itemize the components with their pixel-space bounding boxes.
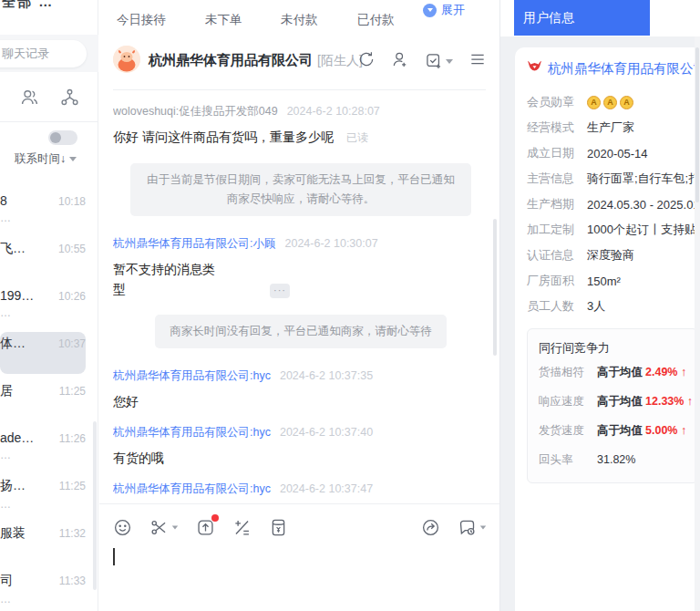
competitiveness-row: 发货速度 高于均值 5.00% ↑: [539, 417, 697, 444]
message: 杭州鼎华体育用品有限公司:hyc2024-6-2 10:37:47 80g左右: [113, 482, 489, 502]
stranger-tag: [陌生人]: [317, 53, 363, 67]
red-envelope-icon[interactable]: [269, 518, 288, 537]
contacts-icon[interactable]: [20, 88, 39, 110]
composer: [99, 503, 499, 611]
message-time: 2024-6-2 10:37:40: [280, 426, 373, 439]
chat-history-dropdown[interactable]: [458, 518, 487, 537]
expand-button[interactable]: 展开: [423, 2, 465, 18]
sender-name: 杭州鼎华体育用品有限公司:hyc: [113, 369, 271, 382]
chat-list-item[interactable]: 扬…11:25 …: [0, 472, 98, 520]
upload-file-icon[interactable]: [196, 518, 215, 537]
info-row: 厂房面积150m²: [527, 268, 700, 294]
panel-tabbar: 用户信息: [500, 0, 700, 36]
competitiveness-box: 同行间竞争力 货描相符 高于均值 2.49% ↑ 响应速度 高于均值 12.33…: [527, 328, 698, 483]
chat-list-item-selected[interactable]: 体…10:37: [0, 330, 98, 378]
medal-icon: A: [620, 96, 633, 109]
chevron-down-icon: [446, 59, 453, 64]
competitiveness-row: 响应速度 高于均值 12.33% ↑: [539, 388, 697, 415]
refresh-icon[interactable]: [357, 50, 376, 72]
quick-phrases-icon[interactable]: [232, 518, 252, 537]
message: woloveshuqi:促佳搜品开发部0492024-6-2 10:28:07 …: [113, 104, 489, 148]
chevron-down-circle-icon: [423, 4, 437, 17]
tab-no-order[interactable]: 未下单: [205, 12, 242, 28]
info-row: 生产档期2024.05.30 - 2025.01.: [527, 192, 700, 217]
chat-list-item[interactable]: 服装11:32: [0, 520, 98, 567]
chat-list-sidebar: 全部 … 聊天记录 联系时间↓ 810:18 … 飞…10:55: [0, 0, 98, 611]
search-input[interactable]: 聊天记录: [0, 40, 87, 67]
panel-scrollbar-track[interactable]: [695, 36, 700, 611]
conversation-panel: 今日接待 未下单 未付款 已付款 展开 杭州鼎华体育用品有限公司[陌生人]: [99, 0, 499, 611]
panel-scrollbar-thumb[interactable]: [695, 47, 699, 202]
create-task-dropdown[interactable]: [425, 52, 453, 70]
sender-name: 杭州鼎华体育用品有限公司:hyc: [113, 482, 271, 495]
message-time: 2024-6-2 10:37:35: [280, 369, 373, 382]
tab-unpaid[interactable]: 未付款: [281, 12, 318, 28]
chat-list-item[interactable]: 飞…10:55: [0, 235, 98, 283]
info-row: 会员勋章 A A A: [527, 89, 700, 115]
bull-logo-icon: [527, 59, 542, 78]
info-row: 员工人数3人: [527, 294, 700, 319]
tab-today-reception[interactable]: 今日接待: [117, 12, 166, 28]
message-time: 2024-6-2 10:30:07: [284, 237, 377, 250]
chat-list-item[interactable]: 居11:25: [0, 378, 98, 425]
emoji-icon[interactable]: [113, 518, 132, 537]
info-row: 认证信息深度验商: [527, 243, 700, 268]
info-row: 加工定制1000个起订丨支持贴牌: [527, 217, 700, 243]
divider: [0, 121, 98, 122]
message: 杭州鼎华体育用品有限公司:hyc2024-6-2 10:37:40 有货的哦: [113, 425, 489, 468]
chevron-down-icon: [172, 525, 178, 529]
competitiveness-row: 货描相符 高于均值 2.49% ↑: [539, 358, 697, 386]
chevron-down-icon: [69, 157, 77, 161]
chat-list-item[interactable]: 810:18 …: [0, 188, 98, 235]
message-list: woloveshuqi:促佳搜品开发部0492024-6-2 10:28:07 …: [113, 90, 489, 502]
competitiveness-row: 回头率 31.82%: [539, 446, 697, 473]
transfer-session-icon[interactable]: [421, 518, 440, 537]
search-placeholder: 聊天记录: [2, 46, 49, 62]
tab-user-info[interactable]: 用户信息: [514, 0, 650, 36]
add-contact-icon[interactable]: [391, 50, 409, 72]
tab-paid[interactable]: 已付款: [357, 12, 395, 28]
notification-dot: [211, 514, 219, 522]
company-info-rows: 会员勋章 A A A 经营模式生产厂家 成立日期2020-05-14 主营信息骑…: [527, 89, 700, 319]
sender-name: 杭州鼎华体育用品有限公司:小顾: [113, 237, 275, 250]
text-input-cursor[interactable]: [113, 548, 115, 565]
user-info-panel: 用户信息 杭州鼎华体育用品有限公司 会员勋章 A A A 经营模式生产厂: [499, 0, 700, 611]
chat-title: 杭州鼎华体育用品有限公司[陌生人]: [149, 52, 363, 69]
chat-list-item[interactable]: 司11:33 …: [0, 567, 98, 611]
competitiveness-title: 同行间竞争力: [539, 340, 697, 357]
message: 杭州鼎华体育用品有限公司:hyc2024-6-2 10:37:35 您好: [113, 368, 489, 411]
medal-icon: A: [603, 96, 617, 109]
chat-list-item[interactable]: 199…10:26 …: [0, 283, 98, 330]
system-notice: 由于当前是节假日期间，卖家可能无法马上回复，平台已通知商家尽快响应，请耐心等待。: [130, 163, 471, 216]
search-strip: 聊天记录: [0, 35, 98, 72]
message-time: 2024-6-2 10:28:07: [287, 105, 380, 118]
medal-icon: A: [587, 96, 601, 109]
sender-name: woloveshuqi:促佳搜品开发部049: [113, 105, 278, 118]
more-options-button[interactable]: ···: [270, 284, 290, 298]
chat-list-item[interactable]: ade…11:26 …: [0, 425, 98, 472]
system-notice: 商家长时间没有回复，平台已通知商家，请耐心等待: [155, 315, 447, 348]
info-row: 成立日期2020-05-14: [527, 140, 700, 166]
sort-dropdown[interactable]: 联系时间↓: [15, 151, 77, 167]
menu-icon[interactable]: [468, 50, 487, 72]
filter-tabs: 今日接待 未下单 未付款 已付款 展开: [99, 0, 499, 34]
status-toggle[interactable]: [48, 130, 77, 145]
message-time: 2024-6-2 10:37:47: [280, 482, 373, 495]
member-medals: A A A: [587, 96, 633, 109]
clipped-top-label: 全部 …: [2, 0, 93, 12]
read-status: 已读: [346, 131, 368, 144]
chevron-down-icon: [480, 525, 486, 529]
info-row: 经营模式生产厂家: [527, 115, 700, 140]
chat-header: 杭州鼎华体育用品有限公司[陌生人]: [99, 35, 499, 89]
sender-name: 杭州鼎华体育用品有限公司:hyc: [113, 426, 271, 439]
chat-scrollbar[interactable]: [493, 219, 497, 356]
org-network-icon[interactable]: [60, 88, 79, 110]
chat-list: 810:18 … 飞…10:55 199…10:26 … 体…10:37 居11…: [0, 188, 98, 611]
company-card: 杭州鼎华体育用品有限公司 会员勋章 A A A 经营模式生产厂家 成立日期202…: [515, 47, 700, 611]
sidebar-scrollbar[interactable]: [93, 421, 97, 590]
info-row: 主营信息骑行面罩;自行车包;打气: [527, 166, 700, 192]
screenshot-scissors-dropdown[interactable]: [149, 518, 179, 537]
company-name-link[interactable]: 杭州鼎华体育用品有限公司: [548, 60, 700, 78]
seller-chat-app: 全部 … 聊天记录 联系时间↓ 810:18 … 飞…10:55: [0, 0, 700, 611]
buyer-avatar: [113, 46, 140, 73]
